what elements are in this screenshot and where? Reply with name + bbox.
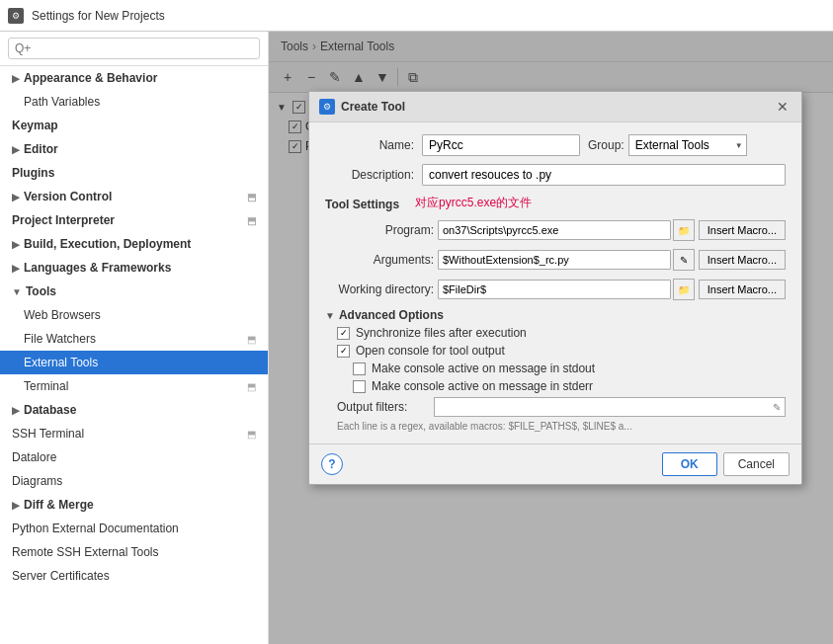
sidebar-item-keymap[interactable]: Keymap: [0, 114, 268, 137]
sidebar-item-label: Build, Execution, Deployment: [24, 237, 191, 251]
console-stdout-checkbox[interactable]: [353, 362, 366, 375]
sidebar-item-remote-ssh[interactable]: Remote SSH External Tools: [0, 540, 268, 564]
sidebar-item-label: Appearance & Behavior: [24, 71, 157, 85]
app-icon: ⚙: [8, 8, 24, 24]
console-stderr-row: Make console active on message in stderr: [325, 379, 786, 393]
sidebar-item-build-execution[interactable]: ▶ Build, Execution, Deployment: [0, 232, 268, 256]
sidebar-item-label: Web Browsers: [24, 308, 101, 322]
sidebar-item-web-browsers[interactable]: Web Browsers: [0, 303, 268, 327]
program-label: Program:: [325, 223, 434, 237]
open-console-row: Open console for tool output: [325, 344, 786, 358]
program-browse-button[interactable]: 📁: [673, 219, 695, 241]
sidebar: ▶ Appearance & Behavior Path Variables K…: [0, 32, 269, 644]
working-dir-label: Working directory:: [325, 282, 434, 296]
sidebar-item-languages-frameworks[interactable]: ▶ Languages & Frameworks: [0, 256, 268, 280]
sidebar-item-server-certs[interactable]: Server Certificates: [0, 564, 268, 588]
advanced-section: ▼ Advanced Options Synchronize files aft…: [325, 308, 786, 432]
sidebar-item-label: Diff & Merge: [24, 498, 94, 512]
sidebar-item-label: Server Certificates: [12, 569, 110, 583]
sidebar-item-datalore[interactable]: Datalore: [0, 445, 268, 469]
sync-files-checkbox[interactable]: [337, 327, 350, 340]
sidebar-item-label: Diagrams: [12, 474, 62, 488]
right-panel: Tools › External Tools + − ✎ ▲ ▼ ⧉ ▼ Ext…: [269, 32, 833, 644]
external-icon: ⬒: [247, 215, 256, 226]
sidebar-item-python-ext-docs[interactable]: Python External Documentation: [0, 517, 268, 540]
arguments-insert-macro-button[interactable]: Insert Macro...: [699, 250, 786, 270]
sidebar-item-terminal[interactable]: Terminal ⬒: [0, 374, 268, 398]
hint-text: Each line is a regex, available macros: …: [325, 421, 786, 432]
program-insert-macro-button[interactable]: Insert Macro...: [699, 220, 786, 240]
expand-icon: ▶: [12, 405, 20, 416]
output-filters-input-wrap: ✎: [434, 397, 786, 417]
sidebar-nav: ▶ Appearance & Behavior Path Variables K…: [0, 66, 268, 644]
arguments-browse-button[interactable]: ✎: [673, 249, 695, 271]
group-select-wrap: Group: External Tools: [588, 134, 747, 156]
cancel-button[interactable]: Cancel: [723, 452, 790, 476]
output-filters-icon: ✎: [769, 400, 785, 415]
description-row: Description:: [325, 164, 786, 186]
sidebar-item-label: Remote SSH External Tools: [12, 545, 159, 559]
sidebar-item-tools[interactable]: ▼ Tools: [0, 280, 268, 303]
sidebar-item-label: Editor: [24, 142, 58, 156]
sidebar-item-path-variables[interactable]: Path Variables: [0, 90, 268, 114]
sidebar-item-version-control[interactable]: ▶ Version Control ⬒: [0, 185, 268, 208]
sidebar-item-diff-merge[interactable]: ▶ Diff & Merge: [0, 493, 268, 517]
search-input[interactable]: [8, 38, 260, 59]
sidebar-item-appearance[interactable]: ▶ Appearance & Behavior: [0, 66, 268, 90]
sync-files-label: Synchronize files after execution: [356, 326, 527, 340]
help-button[interactable]: ?: [321, 453, 343, 475]
working-dir-input-wrap: 📁: [438, 279, 695, 300]
working-dir-input[interactable]: [438, 280, 671, 299]
sidebar-item-ssh-terminal[interactable]: SSH Terminal ⬒: [0, 422, 268, 445]
advanced-header[interactable]: ▼ Advanced Options: [325, 308, 786, 322]
expand-icon: ▶: [12, 263, 20, 274]
sidebar-item-label: Path Variables: [24, 95, 100, 109]
advanced-expand-icon: ▼: [325, 310, 335, 321]
arguments-label: Arguments:: [325, 253, 434, 267]
sidebar-item-label: Version Control: [24, 190, 112, 203]
group-select[interactable]: External Tools: [628, 134, 747, 156]
group-label: Group:: [588, 138, 625, 152]
sidebar-item-project-interpreter[interactable]: Project Interpreter ⬒: [0, 208, 268, 232]
sidebar-item-label: Database: [24, 403, 76, 417]
create-tool-modal: ⚙ Create Tool ✕ Name: Group:: [308, 91, 802, 485]
sidebar-item-label: Datalore: [12, 450, 56, 464]
program-input[interactable]: [438, 220, 671, 240]
external-icon: ⬒: [247, 429, 256, 440]
modal-footer: ? OK Cancel: [309, 443, 801, 484]
sidebar-item-editor[interactable]: ▶ Editor: [0, 137, 268, 161]
output-filters-label: Output filters:: [337, 400, 426, 414]
open-console-checkbox[interactable]: [337, 345, 350, 358]
name-label: Name:: [325, 138, 414, 152]
footer-buttons: OK Cancel: [662, 452, 790, 476]
sidebar-item-label: File Watchers: [24, 332, 96, 346]
expand-icon: ▶: [12, 239, 20, 250]
ok-button[interactable]: OK: [662, 452, 717, 476]
modal-titlebar: ⚙ Create Tool ✕: [309, 92, 801, 122]
description-label: Description:: [325, 168, 414, 182]
external-icon: ⬒: [247, 334, 256, 345]
sidebar-item-label: Languages & Frameworks: [24, 261, 171, 275]
working-dir-insert-macro-button[interactable]: Insert Macro...: [699, 280, 786, 299]
description-input[interactable]: [422, 164, 786, 186]
open-console-label: Open console for tool output: [356, 344, 505, 358]
group-select-wrap: External Tools: [628, 134, 747, 156]
modal-close-button[interactable]: ✕: [774, 98, 791, 116]
search-bar: [0, 32, 268, 66]
sidebar-item-external-tools[interactable]: External Tools: [0, 351, 268, 374]
name-input[interactable]: [422, 134, 580, 156]
arguments-input[interactable]: [438, 250, 671, 270]
console-stderr-checkbox[interactable]: [353, 380, 366, 393]
working-dir-browse-button[interactable]: 📁: [673, 279, 695, 300]
modal-title: Create Tool: [341, 100, 405, 114]
sidebar-item-label: Plugins: [12, 166, 54, 180]
sidebar-item-label: External Tools: [24, 356, 98, 369]
expand-icon: ▼: [12, 286, 22, 297]
expand-icon: ▶: [12, 192, 20, 202]
output-filters-input[interactable]: [435, 398, 769, 416]
sidebar-item-plugins[interactable]: Plugins: [0, 161, 268, 185]
sidebar-item-diagrams[interactable]: Diagrams: [0, 469, 268, 493]
sidebar-item-database[interactable]: ▶ Database: [0, 398, 268, 422]
expand-icon: ▶: [12, 144, 20, 155]
sidebar-item-file-watchers[interactable]: File Watchers ⬒: [0, 327, 268, 351]
